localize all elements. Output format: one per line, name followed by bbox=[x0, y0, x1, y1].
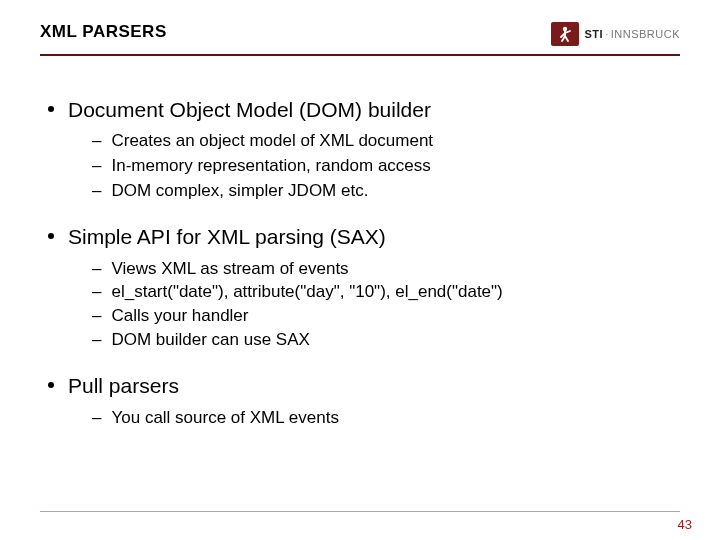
bullet-item: Simple API for XML parsing (SAX) bbox=[40, 223, 680, 251]
bullet-dot-icon bbox=[48, 382, 54, 388]
sub-bullet-text: el_start("date"), attribute("day", "10")… bbox=[111, 281, 502, 304]
dash-icon: – bbox=[92, 407, 101, 430]
bullet-text: Pull parsers bbox=[68, 372, 179, 400]
bullet-text: Document Object Model (DOM) builder bbox=[68, 96, 431, 124]
sub-bullet-text: Creates an object model of XML document bbox=[111, 130, 433, 153]
page-number: 43 bbox=[678, 517, 692, 532]
dash-icon: – bbox=[92, 130, 101, 153]
sub-bullet-item: – In-memory representation, random acces… bbox=[40, 155, 680, 178]
dash-icon: – bbox=[92, 329, 101, 352]
dash-icon: – bbox=[92, 281, 101, 304]
sub-bullet-text: Calls your handler bbox=[111, 305, 248, 328]
dash-icon: – bbox=[92, 155, 101, 178]
dash-icon: – bbox=[92, 180, 101, 203]
slide-title: XML PARSERS bbox=[40, 22, 167, 42]
dash-icon: – bbox=[92, 305, 101, 328]
sub-bullet-text: In-memory representation, random access bbox=[111, 155, 430, 178]
slide-body: Document Object Model (DOM) builder – Cr… bbox=[0, 56, 720, 430]
dash-icon: – bbox=[92, 258, 101, 281]
bullet-dot-icon bbox=[48, 233, 54, 239]
bullet-item: Pull parsers bbox=[40, 372, 680, 400]
sub-bullet-item: – Calls your handler bbox=[40, 305, 680, 328]
bullet-text: Simple API for XML parsing (SAX) bbox=[68, 223, 386, 251]
sub-bullet-item: – You call source of XML events bbox=[40, 407, 680, 430]
sub-bullet-text: DOM complex, simpler JDOM etc. bbox=[111, 180, 368, 203]
logo-icon bbox=[551, 22, 579, 46]
sub-bullet-item: – DOM complex, simpler JDOM etc. bbox=[40, 180, 680, 203]
sub-bullet-text: Views XML as stream of events bbox=[111, 258, 348, 281]
sub-bullet-text: You call source of XML events bbox=[111, 407, 338, 430]
sub-bullet-item: – el_start("date"), attribute("day", "10… bbox=[40, 281, 680, 304]
sub-bullet-item: – Views XML as stream of events bbox=[40, 258, 680, 281]
logo: STI·INNSBRUCK bbox=[551, 22, 680, 46]
logo-text: STI·INNSBRUCK bbox=[585, 28, 680, 40]
bullet-dot-icon bbox=[48, 106, 54, 112]
footer-rule bbox=[40, 511, 680, 512]
bullet-item: Document Object Model (DOM) builder bbox=[40, 96, 680, 124]
sub-bullet-item: – Creates an object model of XML documen… bbox=[40, 130, 680, 153]
sub-bullet-text: DOM builder can use SAX bbox=[111, 329, 309, 352]
sub-bullet-item: – DOM builder can use SAX bbox=[40, 329, 680, 352]
